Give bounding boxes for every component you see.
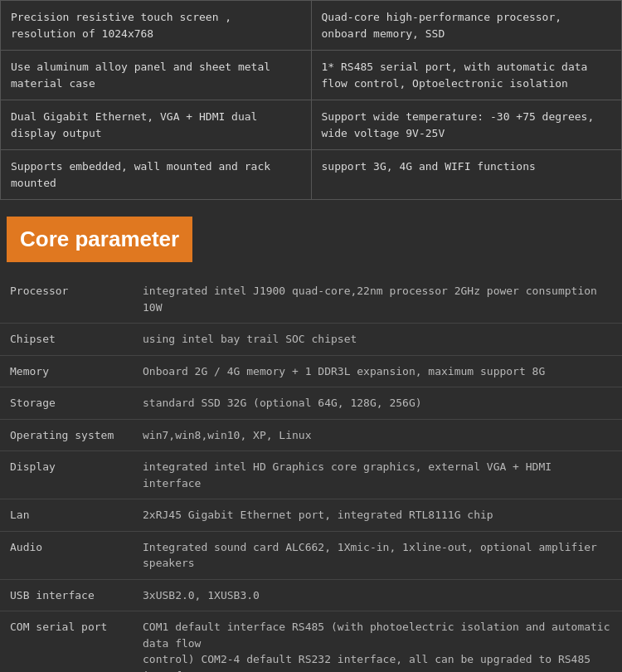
param-value-9: COM1 default interface RS485 (with photo…: [133, 611, 622, 673]
table-row: COM serial portCOM1 default interface RS…: [0, 611, 622, 673]
param-label-9: COM serial port: [0, 611, 133, 673]
param-value-3: standard SSD 32G (optional 64G, 128G, 25…: [133, 387, 622, 420]
param-label-1: Chipset: [0, 324, 133, 356]
table-row: Lan2xRJ45 Gigabit Ethernet port, integra…: [0, 499, 622, 532]
table-row: Processorintegrated intel J1900 quad-cor…: [0, 275, 622, 324]
param-label-7: Audio: [0, 531, 133, 579]
table-row: Storagestandard SSD 32G (optional 64G, 1…: [0, 387, 622, 420]
param-value-1: using intel bay trail SOC chipset: [133, 324, 622, 356]
param-label-5: Display: [0, 451, 133, 499]
table-row: Displayintegrated intel HD Graphics core…: [0, 451, 622, 499]
table-row: MemoryOnboard 2G / 4G memory + 1 DDR3L e…: [0, 355, 622, 387]
core-parameter-title: Core parameter: [20, 226, 179, 251]
param-label-0: Processor: [0, 275, 133, 324]
top-table-cell-2-1: Support wide temperature: -30 +75 degree…: [311, 100, 622, 150]
param-value-6: 2xRJ45 Gigabit Ethernet port, integrated…: [133, 499, 622, 532]
param-value-7: Integrated sound card ALC662, 1Xmic-in, …: [133, 531, 622, 579]
core-param-table: Processorintegrated intel J1900 quad-cor…: [0, 275, 622, 672]
param-label-2: Memory: [0, 355, 133, 387]
top-table-cell-1-0: Use aluminum alloy panel and sheet metal…: [1, 51, 312, 100]
top-table-cell-1-1: 1* RS485 serial port, with automatic dat…: [311, 51, 622, 100]
table-row: Chipsetusing intel bay trail SOC chipset: [0, 324, 622, 356]
top-table-cell-3-1: support 3G, 4G and WIFI functions: [311, 150, 622, 200]
table-row: USB interface3xUSB2.0, 1XUSB3.0: [0, 579, 622, 611]
param-label-4: Operating system: [0, 419, 133, 451]
param-value-8: 3xUSB2.0, 1XUSB3.0: [133, 579, 622, 611]
top-table-cell-3-0: Supports embedded, wall mounted and rack…: [1, 150, 312, 200]
top-table-cell-0-1: Quad-core high-performance processor, on…: [311, 1, 622, 51]
table-row: AudioIntegrated sound card ALC662, 1Xmic…: [0, 531, 622, 579]
core-parameter-header: Core parameter: [7, 217, 192, 262]
top-table-cell-0-0: Precision resistive touch screen , resol…: [1, 1, 312, 51]
param-label-3: Storage: [0, 387, 133, 420]
top-feature-table: Precision resistive touch screen , resol…: [0, 0, 622, 200]
param-value-0: integrated intel J1900 quad-core,22nm pr…: [133, 275, 622, 324]
section-header-wrap: Core parameter: [0, 200, 622, 275]
param-value-2: Onboard 2G / 4G memory + 1 DDR3L expansi…: [133, 355, 622, 387]
param-label-8: USB interface: [0, 579, 133, 611]
param-label-6: Lan: [0, 499, 133, 532]
param-value-4: win7,win8,win10, XP, Linux: [133, 419, 622, 451]
table-row: Operating systemwin7,win8,win10, XP, Lin…: [0, 419, 622, 451]
top-table-cell-2-0: Dual Gigabit Ethernet, VGA + HDMI dual d…: [1, 100, 312, 150]
param-value-5: integrated intel HD Graphics core graphi…: [133, 451, 622, 499]
